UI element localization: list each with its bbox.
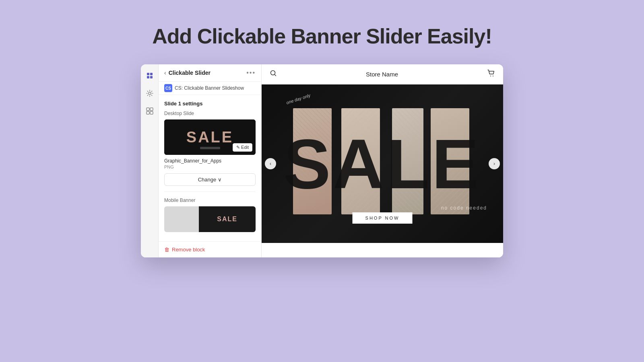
rail-icon-apps[interactable] <box>145 106 155 116</box>
preview-panel: Store Name <box>262 64 503 257</box>
app-badge-icon: CS <box>164 84 172 92</box>
cart-icon[interactable] <box>487 69 495 79</box>
remove-block-label: Remove block <box>172 247 205 253</box>
sale-text: SALE <box>284 123 481 204</box>
svg-point-11 <box>493 76 493 76</box>
page-heading: Add Clickable Banner Slider Easily! <box>152 24 492 48</box>
store-header: Store Name <box>262 64 503 84</box>
panel-title: Clickable Slider <box>169 70 211 76</box>
search-icon[interactable] <box>270 70 277 79</box>
svg-rect-3 <box>150 76 153 78</box>
rail-icon-settings[interactable] <box>145 88 155 98</box>
store-name: Store Name <box>366 71 398 78</box>
no-code-needed-text: no code needed <box>441 205 487 211</box>
mobile-banner-thumbnail: SALE <box>164 206 256 232</box>
svg-point-4 <box>149 92 151 95</box>
icon-rail <box>141 64 159 257</box>
back-button[interactable]: ‹ <box>164 70 166 76</box>
shop-now-button[interactable]: SHOP NOW <box>353 212 413 224</box>
svg-rect-6 <box>150 108 153 111</box>
app-badge-label: CS: Clickable Banner Slideshow <box>175 85 244 91</box>
remove-block-button[interactable]: 🗑 Remove block <box>159 241 261 257</box>
app-badge: CS CS: Clickable Banner Slideshow <box>159 82 261 95</box>
change-button[interactable]: Change ∨ <box>164 173 256 186</box>
svg-rect-7 <box>147 111 149 114</box>
slider-next-button[interactable]: › <box>489 158 500 169</box>
banner-slider: SALE one day only SHOP NOW no code neede… <box>262 84 503 243</box>
desktop-slide-label: Desktop Slide <box>164 111 256 116</box>
svg-rect-1 <box>150 73 153 75</box>
panel-body: Slide 1 settings Desktop Slide SALE ✎ Ed… <box>159 95 261 241</box>
svg-rect-0 <box>147 73 149 75</box>
edit-button[interactable]: ✎ Edit <box>233 143 252 152</box>
svg-point-10 <box>490 76 491 76</box>
panel-header-left: ‹ Clickable Slider <box>164 70 211 76</box>
preview-bottom <box>262 243 503 257</box>
slider-prev-button[interactable]: ‹ <box>265 158 276 169</box>
app-window: ‹ Clickable Slider ••• CS CS: Clickable … <box>141 64 503 257</box>
settings-panel: ‹ Clickable Slider ••• CS CS: Clickable … <box>159 64 262 257</box>
mobile-banner-label: Mobile Banner <box>164 197 256 203</box>
trash-icon: 🗑 <box>164 247 169 253</box>
divider <box>164 191 256 192</box>
mobile-thumb-right: SALE <box>199 206 256 232</box>
svg-point-9 <box>271 71 275 75</box>
desktop-slide-thumbnail: SALE ✎ Edit <box>164 119 256 155</box>
svg-rect-5 <box>147 108 149 111</box>
mobile-sale-text: SALE <box>217 216 237 223</box>
more-options-button[interactable]: ••• <box>246 69 256 76</box>
file-type: PNG <box>164 165 256 169</box>
svg-rect-8 <box>150 111 153 114</box>
svg-rect-2 <box>147 76 149 78</box>
file-name: Graphic_Banner_for_Apps <box>164 158 256 164</box>
rail-icon-pages[interactable] <box>145 71 155 80</box>
panel-header: ‹ Clickable Slider ••• <box>159 64 261 82</box>
mobile-thumb-left <box>164 206 199 232</box>
banner-wrapper: SALE one day only SHOP NOW no code neede… <box>262 84 503 243</box>
slide-settings-title: Slide 1 settings <box>164 101 256 107</box>
